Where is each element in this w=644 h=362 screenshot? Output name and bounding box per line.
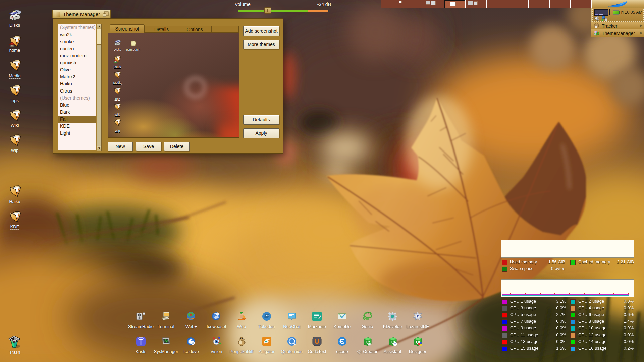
svg-text:?: ?	[394, 343, 396, 346]
svg-text:@: @	[192, 342, 194, 344]
